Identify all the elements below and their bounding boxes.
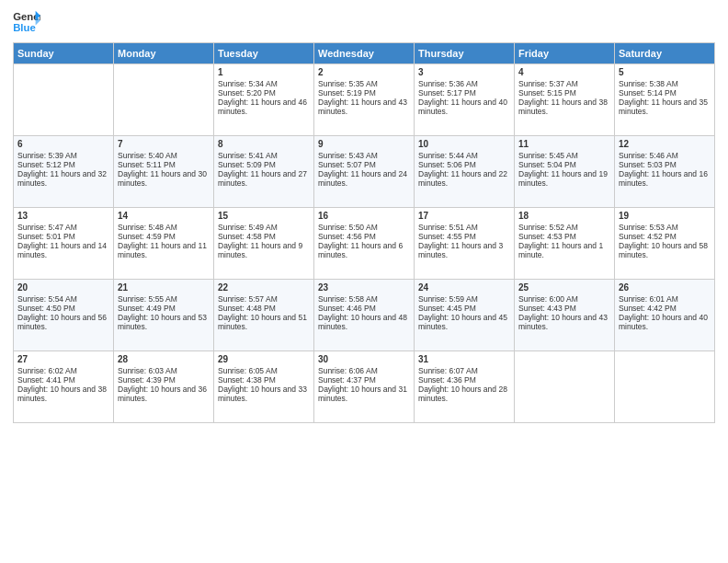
cell-info: Sunrise: 5:37 AM xyxy=(518,79,610,88)
day-number: 13 xyxy=(17,211,109,221)
calendar-cell: 14Sunrise: 5:48 AMSunset: 4:59 PMDayligh… xyxy=(114,208,214,280)
cell-info: Sunset: 5:11 PM xyxy=(118,160,210,169)
cell-info: Sunrise: 5:55 AM xyxy=(118,294,210,304)
calendar-cell: 4Sunrise: 5:37 AMSunset: 5:15 PMDaylight… xyxy=(515,64,615,136)
cell-info: Sunrise: 6:07 AM xyxy=(418,366,510,375)
cell-info: Sunset: 5:20 PM xyxy=(218,88,310,98)
day-number: 21 xyxy=(118,282,210,293)
cell-info: Daylight: 10 hours and 28 minutes. xyxy=(418,385,510,403)
calendar-cell: 10Sunrise: 5:44 AMSunset: 5:06 PMDayligh… xyxy=(415,136,515,208)
column-header-friday: Friday xyxy=(515,43,615,64)
column-header-sunday: Sunday xyxy=(14,43,114,64)
cell-info: Sunset: 4:36 PM xyxy=(418,375,510,385)
cell-info: Sunrise: 5:35 AM xyxy=(318,79,410,88)
cell-info: Sunset: 4:52 PM xyxy=(619,232,711,241)
cell-info: Sunset: 4:49 PM xyxy=(118,304,210,313)
cell-info: Sunset: 4:43 PM xyxy=(518,304,610,313)
cell-info: Sunset: 5:15 PM xyxy=(518,88,610,98)
day-number: 3 xyxy=(418,67,510,77)
cell-info: Daylight: 11 hours and 43 minutes. xyxy=(318,98,410,116)
cell-info: Sunrise: 5:40 AM xyxy=(118,151,210,160)
calendar-cell: 15Sunrise: 5:49 AMSunset: 4:58 PMDayligh… xyxy=(214,208,314,280)
cell-info: Sunset: 4:56 PM xyxy=(318,232,410,241)
day-number: 24 xyxy=(418,282,510,293)
calendar-page: General Blue SundayMondayTuesdayWednesda… xyxy=(0,0,728,563)
calendar-cell: 21Sunrise: 5:55 AMSunset: 4:49 PMDayligh… xyxy=(114,280,214,351)
cell-info: Sunrise: 5:47 AM xyxy=(17,223,109,232)
calendar-cell xyxy=(14,64,114,136)
day-number: 28 xyxy=(118,354,210,364)
cell-info: Sunrise: 6:02 AM xyxy=(17,366,109,375)
cell-info: Sunset: 4:45 PM xyxy=(418,304,510,313)
cell-info: Sunrise: 5:46 AM xyxy=(619,151,711,160)
cell-info: Sunset: 4:48 PM xyxy=(218,304,310,313)
cell-info: Daylight: 11 hours and 40 minutes. xyxy=(418,98,510,116)
cell-info: Sunset: 4:39 PM xyxy=(118,375,210,385)
cell-info: Daylight: 11 hours and 19 minutes. xyxy=(518,169,610,188)
cell-info: Daylight: 11 hours and 27 minutes. xyxy=(218,169,310,188)
cell-info: Daylight: 10 hours and 58 minutes. xyxy=(619,241,711,259)
calendar-cell: 30Sunrise: 6:06 AMSunset: 4:37 PMDayligh… xyxy=(314,351,415,423)
calendar-cell xyxy=(615,351,715,423)
day-number: 7 xyxy=(118,139,210,149)
cell-info: Sunset: 5:03 PM xyxy=(619,160,711,169)
calendar-cell: 29Sunrise: 6:05 AMSunset: 4:38 PMDayligh… xyxy=(214,351,314,423)
cell-info: Sunrise: 5:44 AM xyxy=(418,151,510,160)
calendar-cell: 17Sunrise: 5:51 AMSunset: 4:55 PMDayligh… xyxy=(415,208,515,280)
calendar-cell: 7Sunrise: 5:40 AMSunset: 5:11 PMDaylight… xyxy=(114,136,214,208)
cell-info: Sunset: 5:01 PM xyxy=(17,232,109,241)
logo: General Blue xyxy=(13,9,40,35)
cell-info: Sunset: 4:59 PM xyxy=(118,232,210,241)
column-header-wednesday: Wednesday xyxy=(314,43,415,64)
calendar-cell: 9Sunrise: 5:43 AMSunset: 5:07 PMDaylight… xyxy=(314,136,415,208)
header: General Blue xyxy=(13,9,715,35)
cell-info: Sunrise: 5:39 AM xyxy=(17,151,109,160)
column-header-tuesday: Tuesday xyxy=(214,43,314,64)
cell-info: Daylight: 11 hours and 9 minutes. xyxy=(218,241,310,259)
cell-info: Sunset: 4:55 PM xyxy=(418,232,510,241)
cell-info: Daylight: 10 hours and 56 minutes. xyxy=(17,313,109,331)
cell-info: Daylight: 10 hours and 51 minutes. xyxy=(218,313,310,331)
calendar-cell: 5Sunrise: 5:38 AMSunset: 5:14 PMDaylight… xyxy=(615,64,715,136)
cell-info: Sunset: 4:41 PM xyxy=(17,375,109,385)
calendar-cell: 11Sunrise: 5:45 AMSunset: 5:04 PMDayligh… xyxy=(515,136,615,208)
cell-info: Sunrise: 5:45 AM xyxy=(518,151,610,160)
cell-info: Daylight: 11 hours and 38 minutes. xyxy=(518,98,610,116)
cell-info: Daylight: 10 hours and 48 minutes. xyxy=(318,313,410,331)
column-header-saturday: Saturday xyxy=(615,43,715,64)
cell-info: Sunrise: 5:58 AM xyxy=(318,294,410,304)
cell-info: Daylight: 10 hours and 36 minutes. xyxy=(118,385,210,403)
day-number: 1 xyxy=(218,67,310,77)
calendar-cell: 1Sunrise: 5:34 AMSunset: 5:20 PMDaylight… xyxy=(214,64,314,136)
calendar-week-row: 27Sunrise: 6:02 AMSunset: 4:41 PMDayligh… xyxy=(14,351,715,423)
cell-info: Sunrise: 5:50 AM xyxy=(318,223,410,232)
cell-info: Sunrise: 6:06 AM xyxy=(318,366,410,375)
calendar-cell xyxy=(515,351,615,423)
calendar-cell: 18Sunrise: 5:52 AMSunset: 4:53 PMDayligh… xyxy=(515,208,615,280)
calendar-cell: 2Sunrise: 5:35 AMSunset: 5:19 PMDaylight… xyxy=(314,64,415,136)
cell-info: Daylight: 11 hours and 30 minutes. xyxy=(118,169,210,188)
cell-info: Sunset: 5:12 PM xyxy=(17,160,109,169)
day-number: 8 xyxy=(218,139,310,149)
day-number: 27 xyxy=(17,354,109,364)
cell-info: Sunrise: 5:53 AM xyxy=(619,223,711,232)
cell-info: Sunrise: 6:05 AM xyxy=(218,366,310,375)
day-number: 23 xyxy=(318,282,410,293)
day-number: 20 xyxy=(17,282,109,293)
day-number: 29 xyxy=(218,354,310,364)
calendar-cell: 20Sunrise: 5:54 AMSunset: 4:50 PMDayligh… xyxy=(14,280,114,351)
calendar-week-row: 13Sunrise: 5:47 AMSunset: 5:01 PMDayligh… xyxy=(14,208,715,280)
column-header-monday: Monday xyxy=(114,43,214,64)
calendar-cell: 25Sunrise: 6:00 AMSunset: 4:43 PMDayligh… xyxy=(515,280,615,351)
calendar-week-row: 20Sunrise: 5:54 AMSunset: 4:50 PMDayligh… xyxy=(14,280,715,351)
day-number: 14 xyxy=(118,211,210,221)
cell-info: Daylight: 11 hours and 35 minutes. xyxy=(619,98,711,116)
day-number: 16 xyxy=(318,211,410,221)
cell-info: Sunset: 5:19 PM xyxy=(318,88,410,98)
cell-info: Daylight: 11 hours and 32 minutes. xyxy=(17,169,109,188)
day-number: 12 xyxy=(619,139,711,149)
cell-info: Daylight: 11 hours and 14 minutes. xyxy=(17,241,109,259)
cell-info: Sunrise: 6:01 AM xyxy=(619,294,711,304)
cell-info: Daylight: 11 hours and 24 minutes. xyxy=(318,169,410,188)
cell-info: Daylight: 11 hours and 1 minute. xyxy=(518,241,610,259)
